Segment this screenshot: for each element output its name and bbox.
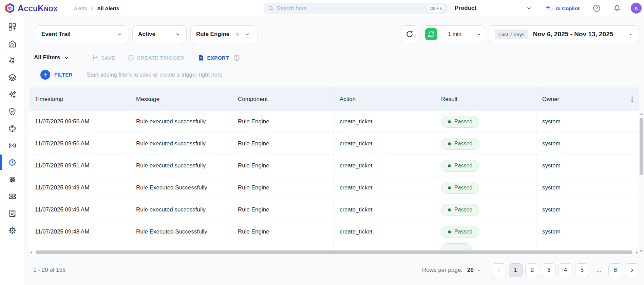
filter-button-label: FILTER — [54, 72, 73, 78]
breadcrumb-parent[interactable]: Alerts — [74, 5, 87, 11]
auto-refresh-sync-icon[interactable] — [425, 28, 437, 40]
sidebar-item-settings-icon[interactable] — [0, 222, 24, 239]
sidebar-item-shield-check-icon[interactable] — [0, 103, 24, 120]
help-button[interactable] — [590, 0, 603, 16]
cell-action: create_ticket — [334, 177, 435, 199]
cell-timestamp: 11/07/2025 09:48 AM — [29, 221, 130, 243]
sidebar-item-broadcast-icon[interactable] — [0, 137, 24, 154]
cell-action: create_ticket — [334, 155, 435, 177]
scrollbar-track — [639, 175, 643, 250]
save-icon — [92, 54, 99, 61]
date-range-picker[interactable]: Last 7 days Nov 6, 2025 - Nov 13, 2025 — [489, 25, 639, 43]
export-button[interactable]: EXPORT — [197, 54, 229, 61]
filter-row: FILTER Start adding filters to save or c… — [40, 69, 223, 80]
cell-timestamp: 11/07/2025 09:49 AM — [29, 199, 130, 221]
scroll-up-arrow-icon[interactable] — [640, 113, 643, 115]
filter-hint-text: Start adding filters to save or create a… — [87, 72, 223, 78]
trigger-bolt-icon — [128, 54, 135, 61]
previous-page-button[interactable] — [492, 263, 506, 277]
all-filters-select[interactable]: All Filters — [34, 54, 70, 61]
sidebar-item-home-icon[interactable] — [0, 35, 24, 52]
sidebar-item-dashboard-grid-icon[interactable] — [0, 18, 24, 35]
sidebar-item-bug-icon[interactable] — [0, 52, 24, 69]
plus-circle-icon — [40, 70, 50, 80]
page-button-8[interactable]: 8 — [608, 263, 622, 277]
status-badge-label: Passed — [454, 163, 472, 169]
table-row[interactable]: 11/07/2025 09:49 AM Rule Executed Succes… — [29, 177, 639, 199]
event-type-select[interactable]: Event Trail — [35, 25, 129, 43]
component-filter-chip[interactable]: Rule Engine — [190, 25, 258, 43]
sidebar-item-layers-icon[interactable] — [0, 69, 24, 86]
export-info-icon[interactable] — [233, 54, 240, 61]
ai-copilot-button[interactable]: AI Copilot — [545, 0, 580, 16]
caret-down-icon[interactable] — [476, 32, 481, 37]
search-bar[interactable]: ctrl + k — [263, 3, 449, 14]
table-row[interactable]: 11/07/2025 09:51 AM Rule executed succes… — [29, 155, 639, 177]
table-row[interactable]: 11/07/2025 09:48 AM Rule Executed Succes… — [29, 221, 639, 243]
cell-action — [334, 243, 435, 250]
sidebar-item-ticket-icon[interactable] — [0, 188, 24, 205]
horizontal-scrollbar-thumb[interactable] — [36, 250, 632, 254]
status-select[interactable]: Active — [132, 25, 187, 43]
actions-row: All Filters SAVE CREATE TRIGGER EXPORT — [34, 52, 240, 64]
page-button-2[interactable]: 2 — [525, 263, 539, 277]
scroll-right-arrow-icon[interactable] — [636, 251, 638, 254]
table-options-kebab-icon[interactable] — [627, 87, 637, 111]
cell-component: Rule Engine — [232, 199, 334, 221]
page-buttons: 12345...8 — [509, 263, 622, 277]
status-dot-icon — [448, 230, 451, 233]
sidebar-item-report-icon[interactable] — [0, 205, 24, 222]
cell-result: Passed — [435, 155, 536, 177]
cell-action: create_ticket — [334, 199, 435, 221]
cell-result: Passed — [435, 111, 536, 133]
search-input[interactable] — [277, 5, 426, 12]
page-button-5[interactable]: 5 — [575, 263, 589, 277]
cell-owner: system — [536, 111, 639, 133]
remove-filter-x-icon[interactable] — [235, 32, 240, 37]
cell-owner: system — [536, 199, 639, 221]
cell-action: create_ticket — [334, 133, 435, 155]
table-row[interactable]: 11/07/2025 09:56 AM Rule executed succes… — [29, 111, 639, 133]
rows-per-page-select[interactable]: 20 — [467, 267, 481, 273]
scroll-down-arrow-icon[interactable] — [640, 250, 643, 252]
status-dot-icon — [448, 120, 451, 123]
rows-per-page-value: 20 — [467, 267, 474, 273]
brand[interactable]: AccuKnox — [5, 0, 58, 16]
page-button-1[interactable]: 1 — [509, 263, 523, 277]
create-trigger-label: CREATE TRIGGER — [137, 55, 184, 61]
next-page-button[interactable] — [625, 263, 639, 277]
page-ellipsis: ... — [592, 263, 606, 277]
vertical-scrollbar[interactable] — [639, 113, 643, 252]
cell-timestamp: 11/07/2025 09:56 AM — [29, 133, 130, 155]
cell-message — [130, 243, 232, 250]
breadcrumb-current: All Alerts — [97, 5, 119, 11]
cell-component: Rule Engine — [232, 221, 334, 243]
status-dot-icon — [448, 164, 451, 167]
notifications-bell-button[interactable] — [611, 0, 623, 16]
sidebar-item-sparkles-icon[interactable] — [0, 86, 24, 103]
table-row[interactable]: 11/07/2025 09:56 AM Rule executed succes… — [29, 133, 639, 155]
product-menu[interactable]: Product — [455, 0, 532, 16]
sidebar-item-fingerprint-icon[interactable] — [0, 171, 24, 188]
sidebar-item-cloud-gear-icon[interactable] — [0, 120, 24, 137]
sidebar — [0, 16, 24, 285]
table-row[interactable]: 11/07/2025 09:49 AM Rule executed succes… — [29, 199, 639, 221]
status-badge: Passed — [441, 138, 479, 150]
auto-refresh-control[interactable]: 1 min — [422, 25, 485, 43]
add-filter-button[interactable]: FILTER — [40, 70, 73, 80]
refresh-button[interactable] — [401, 25, 418, 43]
scroll-left-arrow-icon[interactable] — [30, 251, 32, 254]
table-body: 11/07/2025 09:56 AM Rule executed succes… — [29, 111, 639, 243]
vertical-scrollbar-thumb[interactable] — [640, 118, 643, 175]
column-header-timestamp: Timestamp — [29, 87, 130, 111]
accuknox-logo-icon — [5, 3, 15, 13]
logo-text: AccuKnox — [18, 4, 58, 13]
page-button-3[interactable]: 3 — [542, 263, 556, 277]
user-avatar[interactable]: A — [631, 3, 642, 14]
page-button-4[interactable]: 4 — [558, 263, 572, 277]
cell-component: Rule Engine — [232, 111, 334, 133]
status-dot-icon — [448, 186, 451, 189]
chevron-down-icon — [526, 5, 532, 11]
sidebar-item-alerts-badge-icon[interactable] — [0, 154, 24, 171]
horizontal-scrollbar[interactable] — [29, 250, 639, 255]
